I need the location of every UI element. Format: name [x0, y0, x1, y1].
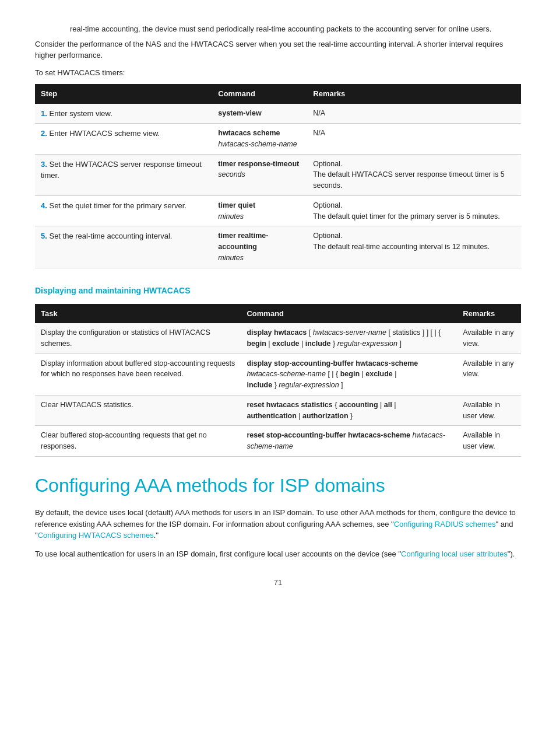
- table-row: 4. Set the quiet timer for the primary s…: [35, 195, 212, 226]
- command-cell: reset hwtacacs statistics { accounting |…: [241, 395, 457, 426]
- command-cell: display stop-accounting-buffer hwtacacs-…: [241, 354, 457, 395]
- timers-table: Step Command Remarks 1. Enter system vie…: [35, 84, 521, 268]
- remarks-cell: N/A: [307, 104, 521, 124]
- command-cell: display hwtacacs [ hwtacacs-server-name …: [241, 323, 457, 354]
- table-row: 3. Set the HWTACACS server response time…: [35, 154, 212, 195]
- table-row: Clear buffered stop-accounting requests …: [35, 426, 241, 457]
- col-remarks: Remarks: [307, 84, 521, 104]
- command-cell: timer quietminutes: [212, 195, 307, 226]
- table-row: Display information about buffered stop-…: [35, 354, 241, 395]
- table-row: 5. Set the real-time accounting interval…: [35, 226, 212, 268]
- table-row: Display the configuration or statistics …: [35, 323, 241, 354]
- top-paragraph-2: Consider the performance of the NAS and …: [35, 38, 521, 61]
- table-row: 2. Enter HWTACACS scheme view.: [35, 124, 212, 155]
- col-command: Command: [212, 84, 307, 104]
- chapter-paragraph-2: To use local authentication for users in…: [35, 548, 521, 560]
- chapter-paragraphs: By default, the device uses local (defau…: [35, 507, 521, 559]
- command-cell: system-view: [212, 104, 307, 124]
- remarks-cell: Available in user view.: [457, 395, 521, 426]
- table-row: 1. Enter system view.: [35, 104, 212, 124]
- chapter-heading: Configuring AAA methods for ISP domains: [35, 474, 521, 496]
- page-number: 71: [35, 577, 521, 589]
- local-user-link[interactable]: Configuring local user attributes: [401, 550, 508, 558]
- col-step: Step: [35, 84, 212, 104]
- top-paragraph-3: To set HWTACACS timers:: [35, 67, 521, 79]
- remarks-cell: Optional.The default quiet timer for the…: [307, 195, 521, 226]
- radius-link[interactable]: Configuring RADIUS schemes: [394, 520, 496, 528]
- remarks-cell: Optional.The default real-time accountin…: [307, 226, 521, 268]
- remarks-cell: Optional.The default HWTACACS server res…: [307, 154, 521, 195]
- top-paragraph-1: real-time accounting, the device must se…: [70, 23, 521, 35]
- table-row: Clear HWTACACS statistics.: [35, 395, 241, 426]
- command-cell: reset stop-accounting-buffer hwtacacs-sc…: [241, 426, 457, 457]
- displaying-table: Task Command Remarks Display the configu…: [35, 304, 521, 457]
- command-cell: timer response-timeoutseconds: [212, 154, 307, 195]
- command-cell: hwtacacs schemehwtacacs-scheme-name: [212, 124, 307, 155]
- displaying-section-heading: Displaying and maintaining HWTACACS: [35, 285, 521, 297]
- remarks-cell: Available in any view.: [457, 354, 521, 395]
- disp-col-task: Task: [35, 304, 241, 324]
- hwtacacs-link[interactable]: Configuring HWTACACS schemes: [38, 531, 154, 540]
- remarks-cell: N/A: [307, 124, 521, 155]
- remarks-cell: Available in any view.: [457, 323, 521, 354]
- command-cell: timer realtime-accountingminutes: [212, 226, 307, 268]
- disp-col-command: Command: [241, 304, 457, 324]
- chapter-paragraph-1: By default, the device uses local (defau…: [35, 507, 521, 541]
- remarks-cell: Available in user view.: [457, 426, 521, 457]
- disp-col-remarks: Remarks: [457, 304, 521, 324]
